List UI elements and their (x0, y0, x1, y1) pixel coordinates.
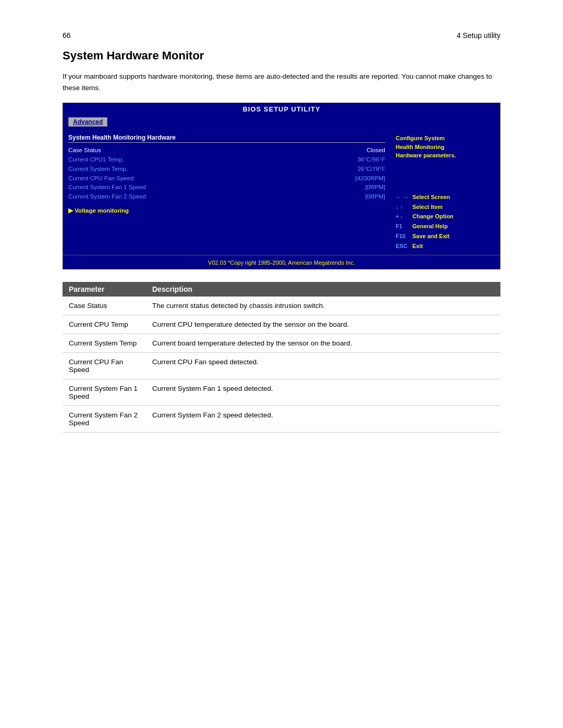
desc-cell: Current board temperature detected by th… (146, 334, 500, 353)
param-cell: Current CPU Temp (63, 315, 146, 334)
cpu1-temp-label: Current CPU1 Temp. (68, 155, 124, 165)
sys-fan2-value: [0RPM] (365, 192, 385, 202)
table-row: Case StatusThe current status detected b… (63, 297, 500, 315)
key-exit-desc: Exit (412, 241, 423, 251)
parameter-table: Parameter Description Case StatusThe cur… (63, 282, 500, 433)
param-cell: Current CPU Fan Speed (63, 353, 146, 379)
cpu-fan-label: Current CPU Fan Speed (68, 174, 133, 183)
param-cell: Current System Fan 2 Speed (63, 406, 146, 433)
table-header-row: Parameter Description (63, 282, 500, 297)
bios-case-status-row: Case Status Closed (68, 146, 385, 155)
bios-sys-fan2-row: Current System Fan 2 Speed [0RPM] (68, 192, 385, 202)
table-row: Current CPU Fan SpeedCurrent CPU Fan spe… (63, 353, 500, 379)
desc-cell: Current System Fan 1 speed detected. (146, 379, 500, 406)
key-save-exit: F10 Save and Exit (396, 231, 495, 241)
table-row: Current System Fan 2 SpeedCurrent System… (63, 406, 500, 433)
sys-fan1-label: Current System Fan 1 Speed (68, 183, 146, 192)
bios-section-header: System Health Monitoring Hardware (68, 134, 385, 143)
bios-cpu-fan-row: Current CPU Fan Speed [4200RPM] (68, 174, 385, 183)
bios-box: BIOS SETUP UTILITY Advanced System Healt… (63, 103, 500, 269)
bios-tab-advanced[interactable]: Advanced (68, 117, 107, 127)
intro-text: If your mainboard supports hardware moni… (63, 71, 500, 93)
table-row: Current CPU TempCurrent CPU temperature … (63, 315, 500, 334)
key-plus-minus: + - (396, 212, 410, 221)
key-general-help-desc: General Help (412, 221, 448, 231)
cpu-fan-value: [4200RPM] (355, 174, 385, 183)
key-arrows-lr: ← → (396, 192, 410, 202)
col-header-description: Description (146, 282, 500, 297)
bios-left-panel: System Health Monitoring Hardware Case S… (68, 134, 390, 251)
bios-nav-bar: Advanced (63, 115, 500, 130)
key-select-item: ↓ ↑ Select Item (396, 202, 495, 212)
desc-cell: Current CPU Fan speed detected. (146, 353, 500, 379)
sys-fan2-label: Current System Fan 2 Speed (68, 192, 146, 202)
help-line-2: Health Monitoring (396, 144, 445, 150)
param-cell: Current System Temp (63, 334, 146, 353)
key-save-exit-desc: Save and Exit (412, 231, 450, 241)
bios-footer: V02.03 *Copy right 1985-2000, American M… (63, 255, 500, 269)
desc-cell: Current System Fan 2 speed detected. (146, 406, 500, 433)
cpu1-temp-value: 36°C/96°F (358, 155, 385, 165)
case-status-label: Case Status (68, 146, 101, 155)
key-esc: ESC (396, 241, 410, 251)
help-line-3: Hardware parameters. (396, 152, 456, 158)
bios-help-text: Configure System Health Monitoring Hardw… (396, 134, 495, 160)
case-status-value: Closed (366, 146, 385, 155)
key-arrows-ud: ↓ ↑ (396, 202, 410, 212)
key-general-help: F1 General Help (396, 221, 495, 231)
help-line-1: Configure System (396, 135, 445, 141)
sys-fan1-value: [0RPM] (365, 183, 385, 192)
key-change-option-desc: Change Option (412, 212, 454, 221)
bios-sys-fan1-row: Current System Fan 1 Speed [0RPM] (68, 183, 385, 192)
section-title: System Hardware Monitor (63, 49, 500, 63)
table-row: Current System Fan 1 SpeedCurrent System… (63, 379, 500, 406)
bios-voltage-monitoring[interactable]: ▶ Voltage monitoring (68, 207, 385, 214)
param-cell: Case Status (63, 297, 146, 315)
bios-right-panel: Configure System Health Monitoring Hardw… (390, 134, 495, 251)
bios-sys-temp-row: Current System Temp. 26°C/78°F (68, 165, 385, 174)
desc-cell: Current CPU temperature detected by the … (146, 315, 500, 334)
bios-cpu1-temp-row: Current CPU1 Temp. 36°C/96°F (68, 155, 385, 165)
bios-footer-text: V02.03 *Copy right 1985-2000, American M… (208, 260, 355, 266)
desc-cell: The current status detected by chassis i… (146, 297, 500, 315)
page-header: 66 4 Setup utility (63, 31, 500, 40)
key-exit: ESC Exit (396, 241, 495, 251)
bios-content: System Health Monitoring Hardware Case S… (63, 130, 500, 255)
chapter-label: 4 Setup utility (457, 31, 500, 40)
col-header-parameter: Parameter (63, 282, 146, 297)
sys-temp-label: Current System Temp. (68, 165, 128, 174)
sys-temp-value: 26°C/78°F (358, 165, 385, 174)
key-change-option: + - Change Option (396, 212, 495, 221)
param-cell: Current System Fan 1 Speed (63, 379, 146, 406)
key-select-screen: ← → Select Screen (396, 192, 495, 202)
page-number: 66 (63, 31, 71, 40)
bios-key-legend: ← → Select Screen ↓ ↑ Select Item + - Ch… (396, 192, 495, 251)
bios-title-bar: BIOS SETUP UTILITY (63, 103, 500, 115)
key-select-item-desc: Select Item (412, 202, 443, 212)
key-select-screen-desc: Select Screen (412, 192, 450, 202)
key-f10: F10 (396, 231, 410, 241)
table-row: Current System TempCurrent board tempera… (63, 334, 500, 353)
key-f1: F1 (396, 221, 410, 231)
